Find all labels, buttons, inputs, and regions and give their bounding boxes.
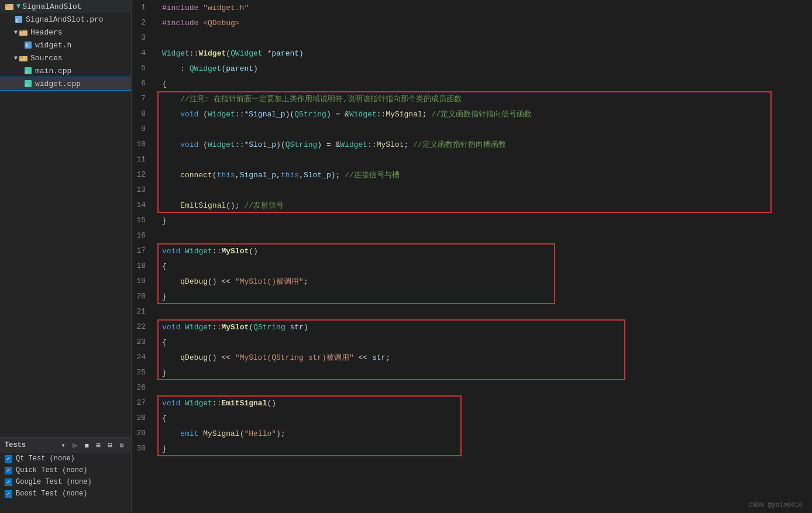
test-item-quick[interactable]: ✓ Quick Test (none) (0, 464, 131, 476)
run-icon[interactable]: ▷ (70, 440, 80, 450)
ln-16: 16 (132, 228, 150, 243)
headers-folder-name: Headers (30, 28, 63, 37)
line-numbers: 1 2 3 4 5 6 7 8 9 10 11 12 13 14 15 16 1… (132, 0, 157, 513)
code-line-8: void (Widget::*Signal_p)(QString) = &Wid… (162, 106, 807, 122)
svg-text:h: h (26, 43, 29, 49)
qt-test-checkbox[interactable]: ✓ (5, 455, 12, 463)
code-line-14: EmitSignal(); //发射信号 (162, 198, 807, 213)
code-line-17: ▼ void Widget::MySlot() (162, 243, 807, 259)
tests-panel: Tests ▾ ▷ ◼ ⊞ ⊟ ⚙ ✓ Qt Test (none) ✓ Qui… (0, 437, 131, 513)
svg-text:c: c (25, 82, 27, 87)
code-line-15: } (162, 213, 807, 228)
ln-4: 4 (132, 46, 150, 61)
test-item-google[interactable]: ✓ Google Test (none) (0, 476, 131, 488)
ln-7: 7 (132, 91, 150, 106)
boost-test-label: Boost Test (none) (16, 490, 87, 498)
stop-icon[interactable]: ◼ (82, 440, 91, 450)
code-line-20: } (162, 289, 807, 304)
ln-27: 27 (132, 395, 150, 411)
tree-item-headers-folder[interactable]: ▼ Headers (0, 26, 131, 39)
widget-cpp-name: widget.cpp (35, 80, 81, 88)
ln-10: 10 (132, 137, 150, 152)
widget-h-name: widget.h (35, 41, 71, 50)
tests-title: Tests (5, 441, 56, 449)
code-line-5: : QWidget(parent) (162, 61, 807, 76)
svg-rect-1 (5, 4, 9, 6)
ln-6: 6 (132, 76, 150, 91)
ln-1: 1 (132, 0, 150, 15)
project-name: SignalAndSlot (22, 2, 81, 11)
code-line-18: { (162, 259, 807, 274)
ln-3: 3 (132, 30, 150, 46)
sidebar: ▼ SignalAndSlot p SignalAndSlot.pro ▼ He… (0, 0, 132, 513)
tree-item-widget-cpp[interactable]: c widget.cpp (0, 77, 131, 90)
folder-project-icon (5, 2, 14, 11)
ln-26: 26 (132, 380, 150, 395)
ln-17: 17 (132, 243, 150, 259)
code-line-1: #include "widget.h" (162, 0, 807, 15)
code-line-29: emit MySignal("Hello"); (162, 426, 807, 441)
code-line-3 (162, 30, 807, 46)
ln-20: 20 (132, 289, 150, 304)
ln-13: 13 (132, 183, 150, 198)
boost-test-checkbox[interactable]: ✓ (5, 490, 12, 498)
ln-22: 22 (132, 319, 150, 335)
tree-item-pro[interactable]: p SignalAndSlot.pro (0, 13, 131, 26)
svg-rect-9 (19, 56, 23, 58)
tree-item-project[interactable]: ▼ SignalAndSlot (0, 0, 131, 13)
code-line-7: //注意: 在指针前面一定要加上类作用域说明符,说明该指针指向那个类的成员函数 (162, 91, 807, 106)
ln-19: 19 (132, 274, 150, 289)
tree-item-widget-h[interactable]: h widget.h (0, 39, 131, 51)
folder-icon (19, 27, 28, 37)
pro-file-icon: p (14, 15, 23, 24)
filter-icon[interactable]: ▾ (59, 440, 68, 450)
ln-30: 30 (132, 441, 150, 456)
ln-21: 21 (132, 304, 150, 319)
svg-text:c: c (25, 70, 27, 74)
code-container: 1 2 3 4 5 6 7 8 9 10 11 12 13 14 15 16 1… (132, 0, 812, 513)
code-line-2: #include <QDebug> (162, 15, 807, 30)
folder-arrow-icon: ▼ (14, 29, 18, 36)
code-line-24: qDebug() << "MySlot(QString str)被调用" << … (162, 350, 807, 365)
ln-25: 25 (132, 365, 150, 380)
test-item-boost[interactable]: ✓ Boost Test (none) (0, 488, 131, 500)
svg-rect-5 (19, 30, 23, 32)
pro-file-name: SignalAndSlot.pro (26, 15, 104, 24)
settings-icon[interactable]: ⚙ (117, 440, 126, 450)
ln-12: 12 (132, 167, 150, 183)
code-line-27: ▼ void Widget::EmitSignal() (162, 395, 807, 411)
quick-test-checkbox[interactable]: ✓ (5, 467, 12, 474)
sources-folder-name: Sources (30, 54, 63, 63)
tree-item-sources-folder[interactable]: ▼ Sources (0, 51, 131, 64)
code-line-6: { (162, 76, 807, 91)
code-editor[interactable]: #include "widget.h" #include <QDebug> ▼ … (157, 0, 812, 513)
sources-arrow-icon: ▼ (14, 55, 18, 61)
file-tree: ▼ SignalAndSlot p SignalAndSlot.pro ▼ He… (0, 0, 131, 437)
code-line-4: ▼ Widget::Widget(QWidget *parent) (162, 46, 807, 61)
code-line-23: { (162, 335, 807, 350)
ln-2: 2 (132, 15, 150, 30)
ln-24: 24 (132, 350, 150, 365)
tree-item-main-cpp[interactable]: c main.cpp (0, 64, 131, 77)
grid-icon[interactable]: ⊞ (94, 440, 103, 450)
test-item-qt[interactable]: ✓ Qt Test (none) (0, 453, 131, 464)
code-line-12: connect(this,Signal_p,this,Slot_p); //连接… (162, 167, 807, 183)
ln-23: 23 (132, 335, 150, 350)
main-cpp-icon: c (23, 66, 33, 75)
code-line-28: { (162, 411, 807, 426)
code-line-26 (162, 380, 807, 395)
qt-test-label: Qt Test (none) (16, 455, 75, 463)
google-test-label: Google Test (none) (16, 478, 92, 486)
ln-8: 8 (132, 106, 150, 122)
code-line-30: } (162, 441, 807, 456)
code-line-19: qDebug() << "MySlot()被调用"; (162, 274, 807, 289)
google-test-checkbox[interactable]: ✓ (5, 478, 12, 486)
ln-28: 28 (132, 411, 150, 426)
main-cpp-name: main.cpp (35, 67, 71, 75)
ln-9: 9 (132, 122, 150, 137)
expand-icon[interactable]: ⊟ (105, 440, 115, 450)
ln-15: 15 (132, 213, 150, 228)
code-line-22: ▼ void Widget::MySlot(QString str) (162, 319, 807, 335)
ln-11: 11 (132, 152, 150, 167)
code-line-16 (162, 228, 807, 243)
